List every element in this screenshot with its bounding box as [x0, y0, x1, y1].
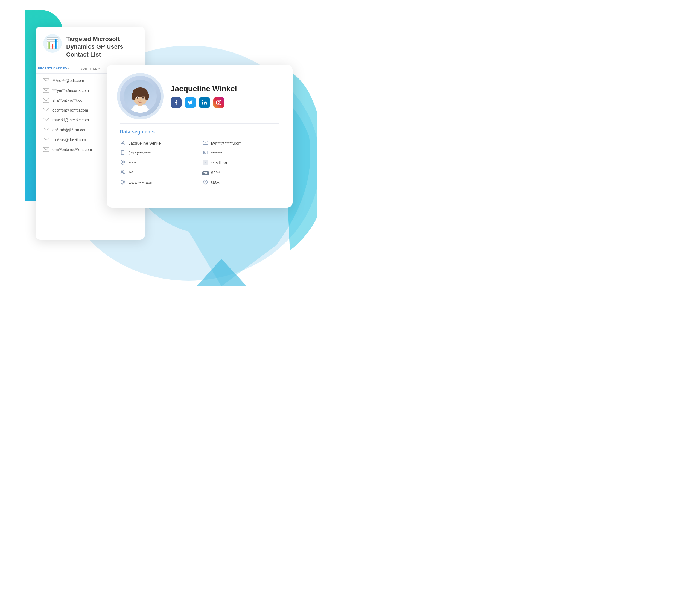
email-icon	[43, 128, 49, 132]
svg-text:$: $	[204, 161, 206, 164]
person-icon	[120, 140, 126, 146]
data-item-location: *****	[120, 160, 197, 166]
facebook-icon[interactable]	[171, 97, 182, 108]
svg-point-20	[137, 97, 138, 99]
data-item-zip: ZIP 92***	[202, 170, 279, 176]
globe-icon	[120, 179, 126, 186]
email-icon	[43, 88, 49, 93]
email-icon	[43, 118, 49, 122]
data-grid: Jacqueline Winkel jwi***@*****.com (714)…	[120, 140, 279, 186]
detail-card: Jacqueline Winkel D	[107, 65, 292, 208]
svg-rect-27	[122, 150, 124, 154]
data-item-employees: ***	[120, 170, 197, 176]
list-card-title: Targeted Microsoft Dynamics GP Users Con…	[66, 35, 137, 59]
linkedin-icon[interactable]	[199, 97, 210, 108]
tab-recently-added[interactable]: RECENTLY ADDED ▾	[36, 64, 72, 73]
svg-point-16	[132, 92, 136, 100]
divider-bottom	[120, 192, 279, 192]
svg-point-35	[123, 171, 124, 172]
svg-point-31	[122, 161, 124, 163]
list-card-header: 📊 Targeted Microsoft Dynamics GP Users C…	[36, 26, 145, 59]
employees-icon	[120, 170, 126, 176]
id-icon	[202, 150, 208, 156]
email-icon	[43, 147, 49, 152]
svg-rect-23	[216, 100, 221, 105]
data-item-country: USA	[202, 179, 279, 186]
segments-title: Data segments	[120, 129, 279, 135]
profile-section: Jacqueline Winkel	[120, 76, 279, 117]
country-icon	[202, 179, 208, 186]
zip-icon: ZIP	[202, 170, 208, 175]
email-icon	[43, 108, 49, 112]
data-item-website: www.****.com	[120, 179, 197, 186]
chevron-job-title: ▾	[98, 67, 100, 70]
instagram-icon[interactable]	[213, 97, 224, 108]
data-item-id: *******	[202, 150, 279, 156]
data-item-email: jwi***@*****.com	[202, 140, 279, 146]
avatar-ring	[120, 76, 161, 117]
email-icon	[43, 98, 49, 102]
tab-job-title[interactable]: JOB TITLE ▾	[72, 64, 108, 73]
data-item-phone: (714)***-****	[120, 150, 197, 156]
profile-name: Jacqueline Winkel	[171, 85, 279, 93]
twitter-icon[interactable]	[185, 97, 196, 108]
svg-point-22	[202, 100, 203, 101]
divider-top	[120, 123, 279, 124]
data-item-revenue: $ ** Million	[202, 160, 279, 166]
svg-point-25	[122, 141, 124, 142]
location-icon	[120, 160, 126, 166]
data-item-name: Jacqueline Winkel	[120, 140, 197, 146]
phone-icon	[120, 150, 126, 156]
svg-point-38	[203, 180, 208, 184]
zip-badge: ZIP	[202, 172, 209, 175]
profile-info: Jacqueline Winkel	[171, 85, 279, 108]
revenue-icon: $	[202, 160, 208, 166]
avatar-illustration	[127, 83, 154, 113]
svg-point-30	[204, 152, 205, 152]
svg-rect-12	[134, 105, 147, 113]
avatar	[124, 80, 157, 113]
chart-icon: 📊	[43, 34, 62, 53]
svg-point-21	[142, 97, 144, 99]
email-data-icon	[202, 141, 208, 146]
svg-text:📊: 📊	[46, 37, 59, 49]
social-icons	[171, 97, 279, 108]
email-icon	[43, 138, 49, 142]
svg-rect-29	[203, 151, 207, 154]
chevron-recently-added: ▾	[68, 67, 70, 70]
email-icon	[43, 78, 49, 83]
svg-point-17	[145, 92, 149, 100]
